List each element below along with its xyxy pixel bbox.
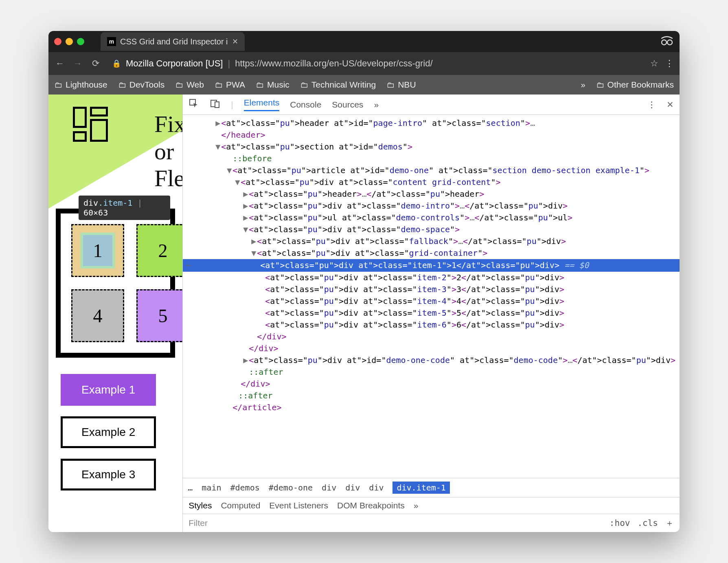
crumb[interactable]: div	[345, 483, 360, 493]
tab-dom-breakpoints[interactable]: DOM Breakpoints	[337, 501, 405, 510]
dom-tree[interactable]: ▶<at">class="pu">header at">id="page-int…	[183, 115, 680, 478]
lock-icon: 🔒	[112, 59, 121, 68]
bookmark-item[interactable]: 🗀Lighthouse	[54, 80, 107, 90]
add-rule-icon[interactable]: ＋	[665, 517, 674, 529]
grid-cell[interactable]: 4	[71, 289, 124, 342]
bookmark-star-icon[interactable]: ☆	[650, 58, 658, 69]
crumb[interactable]: #demo-one	[269, 483, 313, 493]
crumb[interactable]: div	[322, 483, 336, 493]
selected-dom-node[interactable]: ⋯<at">class="pu">div at">class="item-1">…	[183, 259, 680, 272]
devtools-menu-icon[interactable]: ⋮	[647, 100, 656, 110]
crumb[interactable]: …	[188, 483, 193, 493]
close-tab-icon[interactable]: ✕	[232, 37, 238, 46]
page-title: Fixed or Flexible	[154, 111, 182, 192]
folder-icon: 🗀	[175, 80, 183, 90]
window-close-button[interactable]	[54, 38, 61, 45]
toolbar: ← → ⟳ 🔒 Mozilla Corporation [US] | https…	[48, 52, 680, 75]
bookmark-item[interactable]: 🗀Technical Writing	[300, 80, 376, 90]
page-viewport: Fixed or Flexible div.item-1 | 60×63 1 2…	[48, 95, 182, 532]
titlebar: m CSS Grid and Grid Inspector i ✕	[48, 31, 680, 52]
reload-button[interactable]: ⟳	[90, 58, 101, 69]
bookmark-item[interactable]: 🗀Web	[175, 80, 204, 90]
tab-overflow-icon[interactable]: »	[374, 100, 379, 110]
folder-icon: 🗀	[54, 80, 62, 90]
tab-console[interactable]: Console	[290, 100, 321, 110]
svg-point-0	[662, 40, 667, 45]
folder-icon: 🗀	[386, 80, 395, 90]
devtools-panel: | Elements Console Sources » ⋮ ✕ ▶<at">c…	[182, 95, 680, 532]
crumb[interactable]: div	[369, 483, 384, 493]
svg-point-1	[667, 40, 672, 45]
browser-tab[interactable]: m CSS Grid and Grid Inspector i ✕	[101, 32, 245, 51]
example-buttons: Example 1 Example 2 Example 3	[61, 374, 170, 490]
inspect-element-icon[interactable]	[189, 99, 199, 110]
window-minimize-button[interactable]	[66, 38, 73, 45]
favicon-icon: m	[107, 37, 116, 46]
folder-icon: 🗀	[596, 80, 604, 90]
grid-cell[interactable]: 1	[71, 224, 124, 277]
tab-computed[interactable]: Computed	[221, 501, 260, 510]
incognito-icon	[660, 34, 674, 49]
tab-overflow-icon[interactable]: »	[414, 501, 419, 510]
bookmark-item[interactable]: 🗀PWA	[215, 80, 245, 90]
menu-button[interactable]: ⋮	[665, 58, 674, 69]
folder-icon: 🗀	[118, 80, 126, 90]
example-button[interactable]: Example 1	[61, 374, 156, 406]
styles-filter-row: Filter :hov .cls ＋	[183, 514, 680, 532]
url-bar[interactable]: 🔒 Mozilla Corporation [US] | https://www…	[108, 55, 644, 72]
other-bookmarks[interactable]: 🗀Other Bookmarks	[596, 80, 674, 90]
grid-demo: div.item-1 | 60×63 1 2 3 4 5 6	[56, 209, 175, 358]
crumb-active[interactable]: div.item-1	[393, 482, 450, 494]
bookmark-item[interactable]: 🗀NBU	[386, 80, 416, 90]
device-toggle-icon[interactable]	[210, 99, 220, 110]
cls-button[interactable]: .cls	[637, 518, 658, 528]
secure-org: Mozilla Corporation [US]	[126, 58, 223, 69]
hov-button[interactable]: :hov	[610, 518, 630, 528]
url-text: https://www.mozilla.org/en-US/developer/…	[235, 58, 432, 69]
styles-tabs: Styles Computed Event Listeners DOM Brea…	[183, 497, 680, 514]
overflow-icon[interactable]: »	[581, 80, 585, 90]
devtools-tabs: | Elements Console Sources » ⋮ ✕	[183, 95, 680, 115]
tab-sources[interactable]: Sources	[332, 100, 363, 110]
folder-icon: 🗀	[256, 80, 264, 90]
grid-logo-icon	[73, 107, 110, 143]
svg-rect-4	[215, 102, 219, 108]
example-button[interactable]: Example 3	[61, 459, 156, 490]
close-devtools-icon[interactable]: ✕	[667, 100, 674, 110]
tab-styles[interactable]: Styles	[189, 501, 212, 510]
folder-icon: 🗀	[215, 80, 223, 90]
separator: |	[228, 58, 230, 69]
bookmark-item[interactable]: 🗀Music	[256, 80, 289, 90]
browser-window: m CSS Grid and Grid Inspector i ✕ ← → ⟳ …	[48, 31, 680, 532]
grid-cell[interactable]: 5	[136, 289, 182, 342]
back-button[interactable]: ←	[54, 58, 66, 69]
forward-button[interactable]: →	[72, 58, 83, 69]
window-zoom-button[interactable]	[77, 38, 84, 45]
crumb[interactable]: #demos	[230, 483, 259, 493]
filter-input[interactable]: Filter	[189, 518, 602, 528]
bookmarks-bar: 🗀Lighthouse 🗀DevTools 🗀Web 🗀PWA 🗀Music 🗀…	[48, 75, 680, 95]
tab-event-listeners[interactable]: Event Listeners	[269, 501, 328, 510]
folder-icon: 🗀	[300, 80, 308, 90]
breadcrumbs: … main #demos #demo-one div div div div.…	[183, 478, 680, 497]
tab-title: CSS Grid and Grid Inspector i	[120, 37, 228, 46]
crumb[interactable]: main	[202, 483, 221, 493]
bookmark-item[interactable]: 🗀DevTools	[118, 80, 164, 90]
tab-elements[interactable]: Elements	[244, 98, 280, 111]
grid-cell[interactable]: 2	[136, 224, 182, 277]
inspect-tooltip: div.item-1 | 60×63	[79, 196, 170, 220]
example-button[interactable]: Example 2	[61, 416, 156, 448]
